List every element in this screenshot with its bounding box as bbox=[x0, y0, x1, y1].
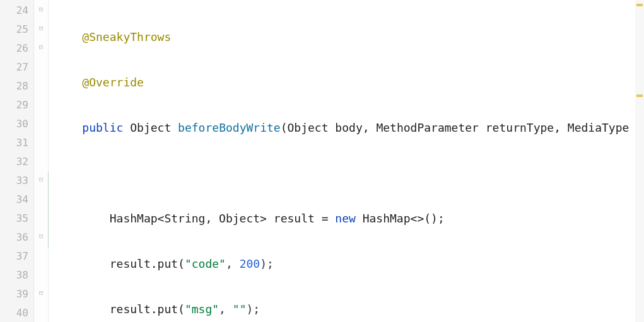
method-name: beforeBodyWrite bbox=[178, 121, 281, 134]
line-number: 33 bbox=[0, 171, 33, 190]
line-number: 27 bbox=[0, 58, 33, 77]
line-number-gutter: 24 25 26 27 28 29 30 31 32 33 34 35 36 3… bbox=[0, 0, 34, 322]
code-line[interactable]: public Object beforeBodyWrite(Object bod… bbox=[49, 118, 644, 137]
line-number: 28 bbox=[0, 77, 33, 96]
fold-end-icon[interactable]: ⊟ bbox=[37, 233, 45, 240]
fold-end-icon[interactable]: ⊟ bbox=[37, 289, 45, 297]
code-area[interactable]: @SneakyThrows @Override public Object be… bbox=[49, 0, 644, 322]
line-number: 37 bbox=[0, 247, 33, 266]
line-number: 35 bbox=[0, 209, 33, 228]
code-line[interactable]: result.put("msg", ""); bbox=[49, 300, 644, 319]
line-number: 34 bbox=[0, 190, 33, 209]
code-line[interactable]: @Override bbox=[49, 73, 644, 92]
line-number: 26 bbox=[0, 39, 33, 58]
code-line[interactable]: result.put("code", 200); bbox=[49, 255, 644, 273]
fold-toggle-icon[interactable]: ⊟ bbox=[37, 6, 45, 13]
line-number: 30 bbox=[0, 115, 33, 134]
line-number: 24 bbox=[0, 1, 33, 20]
scrollbar-track[interactable] bbox=[635, 0, 644, 322]
line-number: 38 bbox=[0, 266, 33, 285]
scrollbar-marker bbox=[636, 4, 643, 6]
annotation: @SneakyThrows bbox=[82, 30, 171, 43]
line-number: 31 bbox=[0, 134, 33, 152]
line-number: 40 bbox=[0, 304, 33, 322]
line-number: 25 bbox=[0, 20, 33, 39]
code-editor[interactable]: 24 25 26 27 28 29 30 31 32 33 34 35 36 3… bbox=[0, 0, 644, 322]
code-line[interactable] bbox=[49, 164, 644, 183]
fold-toggle-icon[interactable]: ⊟ bbox=[37, 176, 45, 183]
scrollbar-marker bbox=[636, 95, 643, 97]
code-line[interactable]: HashMap<String, Object> result = new Has… bbox=[49, 209, 644, 228]
line-number: 36 bbox=[0, 228, 33, 247]
annotation: @Override bbox=[82, 76, 144, 89]
fold-toggle-icon[interactable]: ⊟ bbox=[37, 25, 45, 32]
line-number: 29 bbox=[0, 96, 33, 115]
line-number: 32 bbox=[0, 152, 33, 171]
code-line[interactable]: @SneakyThrows bbox=[49, 28, 644, 47]
line-number: 39 bbox=[0, 285, 33, 304]
fold-toggle-icon[interactable]: ⊟ bbox=[37, 43, 45, 51]
fold-column: ⊟ ⊟ ⊟ ⊟ ⊟ ⊟ bbox=[34, 0, 49, 322]
